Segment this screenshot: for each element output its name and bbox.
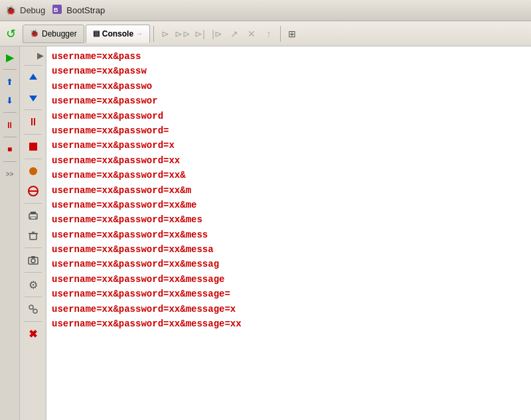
svg-line-19 bbox=[33, 309, 34, 310]
refresh-button[interactable]: ↺ bbox=[3, 26, 19, 42]
down-nav-button[interactable] bbox=[23, 88, 43, 107]
step-button-4[interactable]: |⊳ bbox=[209, 26, 225, 42]
stop-ctrl-button[interactable] bbox=[23, 137, 43, 156]
console-line: username=xx&password= bbox=[52, 123, 526, 138]
console-line: username=xx&pass bbox=[52, 49, 526, 64]
console-line: username=xx&password=xx&message= bbox=[52, 287, 526, 301]
s-sep-5 bbox=[25, 203, 42, 204]
svg-point-5 bbox=[29, 167, 37, 175]
svg-rect-4 bbox=[29, 143, 37, 151]
print-button[interactable] bbox=[23, 206, 43, 225]
toolbar-separator-1 bbox=[153, 26, 154, 42]
tab-console[interactable]: ▤ Console → bbox=[86, 25, 150, 43]
svg-rect-9 bbox=[31, 212, 36, 214]
second-controls: ▶ ⏸ bbox=[20, 46, 46, 420]
left-sep-1 bbox=[3, 69, 17, 70]
bootstrap-icon: B bbox=[52, 4, 62, 17]
connect-button[interactable] bbox=[23, 300, 43, 318]
pause-button[interactable]: ⏸ bbox=[2, 117, 18, 133]
s-sep-7 bbox=[25, 272, 42, 273]
delete-button[interactable] bbox=[23, 226, 43, 245]
debugger-tab-label: Debugger bbox=[42, 29, 77, 38]
svg-marker-2 bbox=[29, 74, 37, 80]
console-line: username=xx&password=xx&mes bbox=[52, 212, 526, 227]
s-sep-1 bbox=[25, 65, 42, 66]
console-output[interactable]: username=xx&passusername=xx&passwusernam… bbox=[46, 46, 531, 420]
s-sep-4 bbox=[25, 159, 42, 159]
s-sep-6 bbox=[25, 247, 42, 248]
up-nav-button[interactable] bbox=[23, 68, 43, 87]
console-tab-icon: ▤ bbox=[93, 29, 100, 38]
arrow-indicator: ▶ bbox=[23, 49, 43, 62]
step-up-button[interactable]: ⬆ bbox=[2, 74, 18, 90]
step-button-3[interactable]: ⊳| bbox=[192, 26, 208, 42]
svg-marker-3 bbox=[29, 96, 37, 102]
main-container: ▶ ⬆ ⬇ ⏸ ■ >> ▶ ⏸ bbox=[0, 46, 531, 420]
s-sep-8 bbox=[25, 297, 42, 297]
console-line: username=xx&password=xx& bbox=[52, 168, 526, 182]
console-line: username=xx&password=xx&message bbox=[52, 272, 526, 287]
tab-debugger[interactable]: 🐞 Debugger bbox=[23, 25, 84, 43]
console-line: username=xx&passwo bbox=[52, 79, 526, 94]
console-line: username=xx&password=xx&messag bbox=[52, 257, 526, 271]
step-down-button[interactable]: ⬇ bbox=[2, 92, 18, 108]
console-line: username=xx&password=xx&message=x bbox=[52, 302, 526, 316]
svg-rect-16 bbox=[31, 256, 35, 258]
left-sep-4 bbox=[3, 161, 17, 162]
error-button[interactable]: ✖ bbox=[23, 324, 43, 343]
console-line: username=xx&passw bbox=[52, 64, 526, 78]
svg-text:B: B bbox=[54, 7, 58, 13]
console-line: username=xx&password=xx&m bbox=[52, 183, 526, 198]
console-line: username=xx&password=xx&me bbox=[52, 198, 526, 212]
console-line: username=xx&password bbox=[52, 109, 526, 123]
pause-ctrl-button[interactable]: ⏸ bbox=[23, 113, 43, 131]
step-button-2[interactable]: ⊳⊳ bbox=[175, 26, 190, 42]
s-sep-2 bbox=[25, 109, 42, 110]
console-line: username=xx&password=xx&messa bbox=[52, 242, 526, 257]
screenshot-button[interactable] bbox=[23, 251, 43, 269]
clear-button[interactable] bbox=[23, 182, 43, 200]
app-title: BootStrap bbox=[66, 5, 105, 15]
console-line: username=xx&passwor bbox=[52, 94, 526, 108]
console-line: username=xx&password=xx&mess bbox=[52, 228, 526, 242]
svg-rect-11 bbox=[30, 234, 37, 240]
left-sep-2 bbox=[3, 112, 17, 113]
table-view-button[interactable]: ⊞ bbox=[284, 26, 300, 42]
s-sep-3 bbox=[25, 134, 42, 135]
stop-button[interactable]: ■ bbox=[2, 141, 18, 157]
console-line: username=xx&password=xx bbox=[52, 153, 526, 168]
svg-rect-10 bbox=[31, 217, 36, 219]
title-bar: 🐞 Debug B BootStrap bbox=[0, 0, 531, 21]
toolbar-separator-2 bbox=[280, 26, 281, 42]
step-button-1[interactable]: ⊳ bbox=[157, 26, 173, 42]
console-line: username=xx&password=x bbox=[52, 138, 526, 153]
left-sep-3 bbox=[3, 137, 17, 137]
step-button-7[interactable]: ↑ bbox=[261, 26, 277, 42]
step-button-5[interactable]: ↗ bbox=[226, 26, 242, 42]
toolbar: ↺ 🐞 Debugger ▤ Console → ⊳ ⊳⊳ ⊳| |⊳ ↗ ✕ … bbox=[0, 21, 531, 46]
step-button-6[interactable]: ✕ bbox=[244, 26, 260, 42]
debug-label: Debug bbox=[20, 5, 45, 15]
resume-button[interactable]: ▶ bbox=[2, 49, 18, 65]
expand-button[interactable]: >> bbox=[2, 166, 18, 182]
debugger-tab-icon: 🐞 bbox=[30, 29, 39, 38]
settings-button[interactable]: ⚙ bbox=[23, 275, 43, 294]
console-tab-arrow: → bbox=[136, 30, 143, 37]
debug-icon: 🐞 bbox=[5, 5, 16, 15]
console-line: username=xx&password=xx&message=xx bbox=[52, 316, 526, 331]
left-controls: ▶ ⬆ ⬇ ⏸ ■ >> bbox=[0, 46, 20, 420]
s-sep-9 bbox=[25, 321, 42, 322]
svg-point-15 bbox=[31, 259, 35, 263]
breakpoint-button[interactable] bbox=[23, 162, 43, 180]
console-tab-label: Console bbox=[102, 29, 133, 38]
